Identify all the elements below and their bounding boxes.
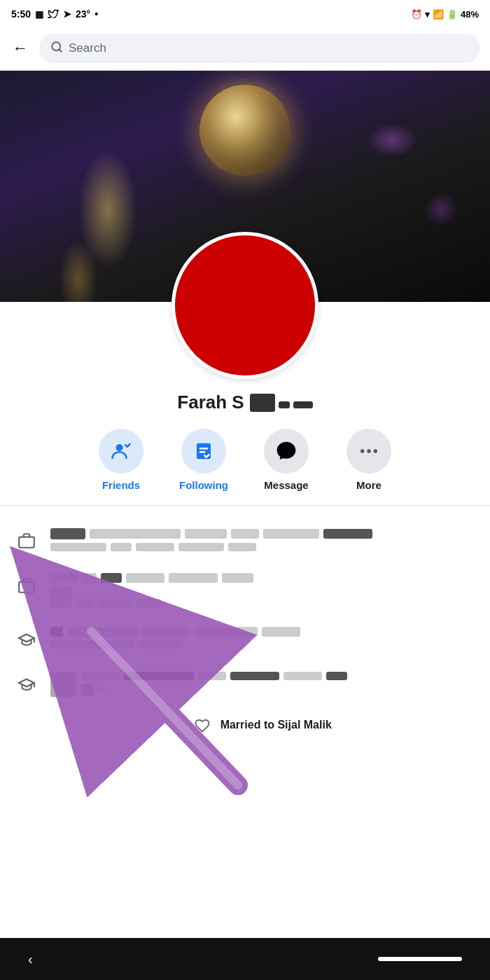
action-buttons: Friends Following Message: [0, 429, 490, 491]
more-label: More: [356, 479, 382, 491]
message-label: Message: [264, 479, 308, 491]
svg-point-2: [116, 444, 123, 451]
friends-button[interactable]: Friends: [86, 429, 156, 491]
info-content-3: [50, 627, 476, 649]
info-line-1b: [50, 543, 476, 551]
info-item-4: [0, 662, 490, 707]
svg-point-6: [374, 449, 377, 453]
status-left: 5:50 ▦ ➤ 23° •: [11, 8, 98, 20]
info-line-3a: [50, 627, 476, 637]
info-line-1a: [50, 528, 476, 539]
friends-label: Friends: [102, 479, 140, 491]
svg-rect-7: [19, 537, 34, 548]
info-content-4: [50, 672, 476, 697]
nav-back-chevron[interactable]: ‹: [28, 951, 33, 967]
info-item-1: [0, 518, 490, 563]
graduation-icon-2: [14, 672, 39, 697]
message-button[interactable]: Message: [251, 429, 321, 491]
search-icon: [50, 41, 63, 56]
following-button[interactable]: Following: [169, 429, 239, 491]
name-text: Farah S: [177, 392, 244, 413]
info-line-4a: [50, 672, 476, 697]
avatar-wrap: [172, 232, 318, 379]
wifi-icon: ▾: [425, 9, 430, 20]
info-item-3: [0, 617, 490, 662]
info-content-1: [50, 528, 476, 551]
signal-icon: 📶: [433, 9, 444, 20]
nav-home-indicator[interactable]: [378, 957, 462, 961]
profile-section: Farah S Friends: [0, 302, 490, 739]
info-content-2: [50, 573, 476, 607]
profile-name: Farah S: [177, 392, 312, 413]
info-line-3b: [50, 640, 476, 649]
alarm-icon: ⏰: [411, 9, 422, 20]
following-label: Following: [179, 479, 228, 491]
wire-ball-decoration: [200, 85, 290, 176]
married-text: Married to Sijal Malik: [144, 712, 346, 739]
sim-icon: ▦: [35, 9, 43, 20]
briefcase-icon-2: [14, 573, 39, 598]
send-icon: ➤: [63, 8, 71, 20]
friends-icon-circle: [99, 429, 144, 474]
more-button[interactable]: More: [334, 429, 404, 491]
search-placeholder: Search: [69, 41, 106, 55]
status-right: ⏰ ▾ 📶 🔋 48%: [411, 9, 479, 20]
info-item-2: [0, 563, 490, 617]
following-icon-circle: [181, 429, 226, 474]
svg-line-1: [59, 49, 61, 51]
graduation-icon-1: [14, 627, 39, 652]
bottom-nav: ‹: [0, 938, 490, 980]
battery-icon: 🔋: [447, 9, 458, 20]
info-list: [0, 513, 490, 712]
time: 5:50: [11, 8, 31, 20]
svg-point-4: [360, 449, 364, 453]
dot: •: [94, 8, 98, 20]
info-line-2b: [50, 586, 476, 607]
search-input-wrap[interactable]: Search: [39, 34, 480, 63]
battery-pct: 48%: [461, 9, 479, 20]
temperature: 23°: [76, 8, 90, 20]
back-button[interactable]: ←: [10, 36, 31, 60]
heart-icon: [195, 719, 213, 731]
briefcase-icon-1: [14, 528, 39, 553]
twitter-icon: [48, 8, 59, 20]
search-bar-row: ← Search: [0, 28, 490, 71]
divider-1: [0, 505, 490, 506]
svg-point-5: [367, 449, 370, 453]
message-icon-circle: [264, 429, 309, 474]
avatar: [172, 232, 318, 379]
status-bar: 5:50 ▦ ➤ 23° • ⏰ ▾ 📶 🔋 48%: [0, 0, 490, 28]
more-icon-circle: [346, 429, 391, 474]
svg-rect-8: [19, 582, 34, 593]
name-redacted: [250, 394, 313, 412]
info-line-2a: [50, 573, 476, 583]
